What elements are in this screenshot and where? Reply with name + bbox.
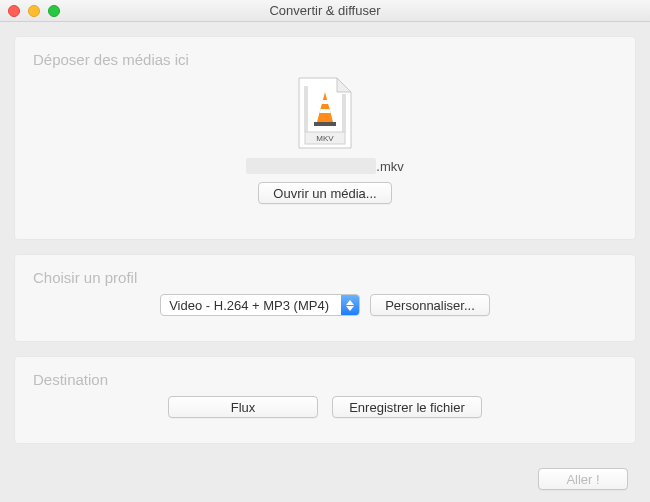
content: Déposer des médias ici MKV — [0, 22, 650, 502]
save-file-button[interactable]: Enregistrer le fichier — [332, 396, 482, 418]
customize-profile-button[interactable]: Personnaliser... — [370, 294, 490, 316]
filename-ext: .mkv — [376, 159, 403, 174]
zoom-icon[interactable] — [48, 5, 60, 17]
profile-row: Video - H.264 + MP3 (MP4) Personnaliser.… — [33, 294, 617, 316]
profile-section-title: Choisir un profil — [33, 269, 617, 286]
destination-panel: Destination Flux Enregistrer le fichier — [14, 356, 636, 444]
mkv-file-icon: MKV — [295, 76, 355, 150]
profile-select[interactable]: Video - H.264 + MP3 (MP4) — [160, 294, 360, 316]
titlebar: Convertir & diffuser — [0, 0, 650, 22]
close-icon[interactable] — [8, 5, 20, 17]
drop-body: MKV .mkv Ouvrir un média... — [33, 76, 617, 204]
svg-text:MKV: MKV — [316, 134, 334, 143]
svg-rect-2 — [314, 122, 336, 126]
svg-rect-0 — [304, 86, 308, 132]
minimize-icon[interactable] — [28, 5, 40, 17]
select-stepper-icon — [341, 295, 359, 315]
drop-section-title: Déposer des médias ici — [33, 51, 617, 68]
svg-rect-1 — [342, 94, 346, 132]
traffic-lights — [8, 5, 60, 17]
filename-row: .mkv — [246, 158, 403, 174]
profile-panel: Choisir un profil Video - H.264 + MP3 (M… — [14, 254, 636, 342]
footer: Aller ! — [14, 468, 636, 496]
go-button[interactable]: Aller ! — [538, 468, 628, 490]
destination-section-title: Destination — [33, 371, 617, 388]
window-title: Convertir & diffuser — [0, 3, 650, 18]
open-media-button[interactable]: Ouvrir un média... — [258, 182, 391, 204]
stream-button[interactable]: Flux — [168, 396, 318, 418]
destination-row: Flux Enregistrer le fichier — [33, 396, 617, 418]
filename-redacted — [246, 158, 376, 174]
profile-select-label: Video - H.264 + MP3 (MP4) — [161, 295, 341, 315]
drop-media-panel[interactable]: Déposer des médias ici MKV — [14, 36, 636, 240]
